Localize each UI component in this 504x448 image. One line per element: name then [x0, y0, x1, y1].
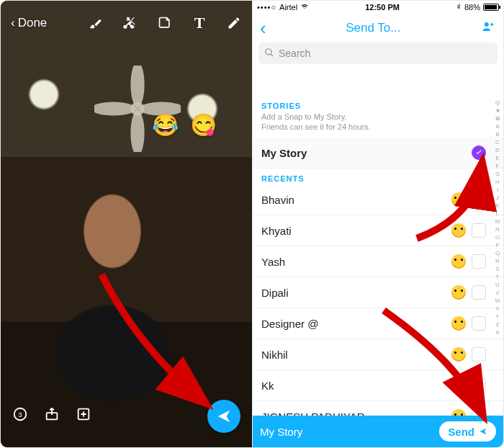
index-letter[interactable]: Z: [493, 321, 502, 328]
index-letter[interactable]: O: [493, 233, 502, 241]
search-input[interactable]: Search: [258, 42, 498, 64]
recent-row[interactable]: JIGNESH PADHIYAR: [253, 401, 503, 416]
index-letter[interactable]: A: [493, 122, 502, 130]
bitmoji-icon: [451, 378, 466, 393]
bitmoji-icon: [451, 192, 466, 207]
recent-checkbox[interactable]: [472, 285, 486, 300]
recent-checkbox[interactable]: [472, 192, 486, 207]
index-letter[interactable]: T: [493, 273, 502, 281]
bitmoji-icon: [451, 347, 466, 362]
index-letter[interactable]: N: [493, 225, 502, 233]
ceiling-fan: [94, 66, 181, 152]
pencil-icon[interactable]: [226, 15, 242, 31]
alpha-index-rail[interactable]: Q★✿ABCDEFGHIJKLMNOPQRSTUVWXYZ#: [493, 99, 502, 416]
index-letter[interactable]: W: [493, 297, 502, 305]
nav-bar: ‹ Send To...: [253, 14, 503, 42]
recent-checkbox[interactable]: [472, 409, 486, 416]
recent-row[interactable]: Yash: [253, 246, 503, 277]
index-letter[interactable]: J: [493, 194, 502, 202]
index-letter[interactable]: M: [493, 218, 502, 225]
recent-name: Khyati: [261, 225, 451, 237]
my-story-checkbox[interactable]: [472, 145, 486, 160]
text-icon[interactable]: T: [192, 15, 207, 31]
send-button[interactable]: [207, 400, 240, 433]
recent-name: Yash: [261, 256, 451, 268]
nav-title: Send To...: [266, 21, 480, 35]
sticker-icon[interactable]: [157, 15, 173, 31]
index-letter[interactable]: I: [493, 186, 502, 194]
svg-point-3: [94, 102, 136, 115]
recent-row[interactable]: Kk: [253, 370, 503, 401]
recent-row[interactable]: Bhavin: [253, 184, 503, 215]
svg-text:3: 3: [18, 411, 22, 418]
add-friend-button[interactable]: [480, 20, 496, 37]
index-letter[interactable]: P: [493, 241, 502, 249]
save-icon[interactable]: [44, 406, 60, 426]
index-letter[interactable]: H: [493, 178, 502, 186]
index-letter[interactable]: Y: [493, 313, 502, 321]
svg-point-9: [485, 22, 489, 27]
editor-top-toolbar: ‹ Done T: [1, 15, 252, 31]
recent-name: Designer @: [261, 318, 451, 330]
recent-row[interactable]: Designer @: [253, 308, 503, 339]
wifi-icon: [300, 3, 309, 12]
scissors-icon[interactable]: [122, 15, 138, 31]
index-letter[interactable]: Q: [493, 249, 502, 257]
send-confirm-button[interactable]: Send: [439, 421, 496, 442]
send-bar-selection: My Story: [260, 426, 302, 438]
recent-name: Dipali: [261, 287, 451, 299]
index-letter[interactable]: S: [493, 265, 502, 273]
timer-icon[interactable]: 3: [12, 406, 28, 426]
done-button[interactable]: ‹ Done: [11, 16, 47, 30]
index-letter[interactable]: B: [493, 130, 502, 138]
send-to-list: STORIES Add a Snap to My Story. Friends …: [253, 96, 503, 416]
index-letter[interactable]: R: [493, 257, 502, 265]
index-letter[interactable]: D: [493, 146, 502, 154]
bitmoji-icon: [451, 409, 466, 416]
search-icon: [264, 48, 274, 60]
carrier-label: Airtel: [279, 3, 297, 12]
svg-point-1: [130, 66, 144, 107]
recent-checkbox[interactable]: [472, 378, 486, 393]
index-letter[interactable]: Q: [493, 99, 502, 107]
signal-strength: ••••○: [257, 3, 276, 12]
index-letter[interactable]: #: [493, 328, 502, 336]
emoji-stickers[interactable]: 😂 😋: [152, 112, 220, 138]
index-letter[interactable]: C: [493, 138, 502, 146]
index-letter[interactable]: V: [493, 289, 502, 297]
recent-row[interactable]: Nikhil: [253, 339, 503, 370]
back-button[interactable]: ‹: [260, 17, 266, 40]
bitmoji-icon: [451, 254, 466, 269]
section-stories-subtitle: Add a Snap to My Story. Friends can see …: [253, 112, 503, 138]
send-confirm-label: Send: [448, 426, 474, 438]
recent-row[interactable]: Khyati: [253, 215, 503, 246]
index-letter[interactable]: G: [493, 170, 502, 178]
index-letter[interactable]: L: [493, 210, 502, 218]
index-letter[interactable]: E: [493, 154, 502, 162]
bluetooth-icon: [456, 2, 462, 12]
my-story-row[interactable]: My Story: [253, 138, 503, 169]
index-letter[interactable]: ✿: [493, 115, 502, 122]
svg-point-2: [130, 110, 144, 152]
recent-name: Nikhil: [261, 349, 451, 361]
section-stories-label: STORIES: [253, 96, 503, 112]
brush-icon[interactable]: [88, 15, 104, 31]
index-letter[interactable]: U: [493, 281, 502, 289]
recent-checkbox[interactable]: [472, 254, 486, 269]
battery-percent: 88%: [464, 3, 480, 12]
recent-row[interactable]: Dipali: [253, 277, 503, 308]
bitmoji-icon: [451, 285, 466, 300]
snap-photo-selfie: [19, 174, 206, 404]
section-recents-label: RECENTS: [253, 169, 503, 184]
recent-checkbox[interactable]: [472, 347, 486, 362]
add-to-story-icon[interactable]: [76, 406, 91, 426]
index-letter[interactable]: K: [493, 202, 502, 210]
clock: 12:50 PM: [309, 3, 456, 12]
recent-checkbox[interactable]: [472, 223, 486, 238]
index-letter[interactable]: F: [493, 162, 502, 170]
send-to-screen: ••••○ Airtel 12:50 PM 88% ‹ Send To... S…: [252, 1, 503, 447]
status-bar: ••••○ Airtel 12:50 PM 88%: [253, 1, 503, 14]
recent-checkbox[interactable]: [472, 316, 486, 331]
index-letter[interactable]: ★: [493, 107, 502, 115]
index-letter[interactable]: X: [493, 305, 502, 313]
